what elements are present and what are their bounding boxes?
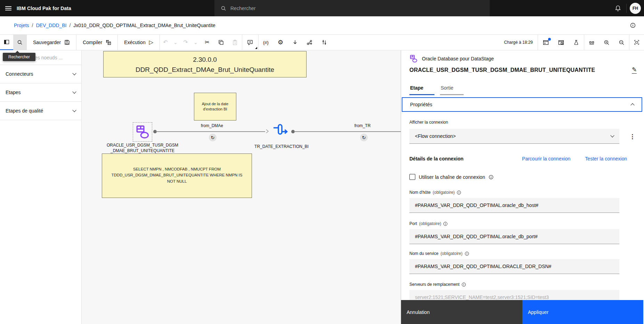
comment-icon	[247, 40, 253, 45]
hamburger-icon	[5, 5, 11, 11]
parameters-icon: {#}	[263, 40, 269, 45]
toggle-palette-button[interactable]	[0, 35, 13, 50]
chevron-down-icon	[610, 133, 614, 137]
download-icon	[292, 40, 298, 45]
scissors-icon: ✂	[205, 40, 209, 45]
undo-menu-button[interactable]: ⌄	[171, 35, 180, 50]
use-connection-string-checkbox[interactable]	[409, 174, 415, 180]
search-tooltip: Rechercher	[3, 53, 35, 61]
breadcrumb-projects[interactable]: Projets	[14, 23, 29, 28]
link-refresh-button[interactable]: ↻	[360, 134, 368, 141]
link-label-from-dmae[interactable]: from_DMAe	[186, 123, 238, 128]
tab-sortie[interactable]: Sortie	[440, 82, 464, 95]
accordion-title: Propriétés	[410, 102, 432, 107]
compile-button[interactable]: Compiler	[76, 35, 117, 50]
run-button[interactable]: Exécution ▷	[118, 35, 160, 50]
global-search[interactable]	[214, 0, 490, 16]
open-panel-icon	[4, 39, 9, 45]
browse-connection-link[interactable]: Parcourir la connexion	[522, 156, 570, 161]
info-icon[interactable]	[443, 222, 448, 226]
notifications-button[interactable]	[610, 0, 626, 16]
node-oracle-source[interactable]	[133, 122, 152, 142]
node-label-transformer: TR_DATE_EXTRACTION_BI	[248, 144, 315, 150]
connection-details-title: Détails de la connexion	[409, 156, 522, 161]
service-name-input[interactable]	[409, 259, 619, 274]
run-history-button[interactable]	[553, 35, 569, 50]
service-name-label: Nom du service (obligatoire)	[409, 251, 469, 256]
panel-node-name: ORACLE_USR_DGSM_TUSR_DGSM_DMAE_BRUT_UNIT…	[409, 67, 595, 73]
flow-canvas[interactable]: 2.30.0.0 DDR_QDD_Extract_DMAe_Brut_Unite…	[82, 50, 401, 324]
palette-section-stages[interactable]: Etapes	[0, 83, 81, 102]
settings-button[interactable]: ⚙	[273, 35, 288, 50]
palette-section-connectors[interactable]: Connecteurs	[0, 65, 81, 83]
transformer-icon	[273, 123, 288, 137]
zoom-out-button[interactable]	[614, 35, 629, 50]
parameters-button[interactable]: {#}	[259, 35, 273, 50]
comment-note-sql[interactable]: SELECT NMPN , NMCODFAB , NMUCPT FROM TDD…	[102, 153, 252, 198]
search-nodes-button[interactable]	[13, 35, 26, 50]
redo-button[interactable]: ↷	[180, 35, 191, 50]
global-search-input[interactable]	[230, 6, 439, 11]
zoom-in-icon	[604, 40, 610, 45]
fit-to-screen-button[interactable]	[629, 35, 644, 50]
cancel-button[interactable]: Annulation	[401, 300, 522, 324]
info-icon[interactable]	[457, 190, 461, 195]
tab-etape[interactable]: Etape	[409, 82, 434, 95]
play-icon: ▷	[149, 40, 153, 45]
copy-button[interactable]	[214, 35, 228, 50]
run-console-button[interactable]	[538, 35, 553, 50]
note-text: SELECT NMPN , NMCODFAB , NMUCPT FROM TDD…	[112, 167, 243, 183]
header-divider	[626, 4, 627, 13]
breadcrumb-project-name[interactable]: DEV_DDD_BI	[36, 23, 66, 28]
link-from-dmae[interactable]	[156, 131, 265, 132]
save-button[interactable]: Sauvegarder	[27, 35, 76, 50]
info-icon[interactable]	[465, 251, 469, 256]
save-icon	[64, 40, 70, 45]
node-palette: Connecteurs Etapes Etapes de qualité Rec…	[0, 50, 82, 324]
info-icon[interactable]	[489, 175, 494, 180]
node-transformer[interactable]	[273, 123, 289, 138]
toggle-bottom-panel-button[interactable]	[584, 35, 599, 50]
palette-section-quality-stages[interactable]: Etapes de qualité	[0, 102, 81, 120]
cut-button[interactable]: ✂	[200, 35, 214, 50]
hostname-input[interactable]	[409, 198, 619, 213]
data-lineage-button[interactable]	[302, 35, 317, 50]
add-comment-button[interactable]	[242, 35, 258, 50]
product-title: IBM Cloud Pak for Data	[17, 6, 71, 11]
link-label-from-tr[interactable]: from_TR	[336, 123, 389, 128]
connection-overflow-menu-button[interactable]: ⋮	[628, 132, 637, 141]
palette-section-label: Etapes de qualité	[6, 108, 43, 114]
paste-icon	[232, 40, 238, 45]
breadcrumb-separator: /	[69, 23, 71, 28]
avatar[interactable]: FH	[630, 3, 641, 14]
link-from-tr[interactable]	[294, 131, 401, 132]
apply-button[interactable]: Appliquer	[522, 300, 643, 324]
link-refresh-button[interactable]: ↻	[209, 134, 217, 141]
test-flask-button[interactable]	[569, 35, 584, 50]
comment-note-extraction-date[interactable]: Ajout de la date d'extraction BI	[194, 93, 236, 121]
rename-node-button[interactable]: ✎	[632, 66, 637, 74]
flask-icon	[573, 40, 579, 45]
download-button[interactable]	[288, 35, 302, 50]
compile-label: Compiler	[83, 40, 102, 45]
test-connection-link[interactable]: Tester la connexion	[585, 156, 627, 161]
note-line: DDR_QDD_Extract_DMAe_Brut_UniteQuantite	[104, 65, 306, 75]
auto-arrange-button[interactable]	[317, 35, 332, 50]
redo-menu-button[interactable]: ⌄	[191, 35, 200, 50]
kebab-icon: ⋮	[629, 133, 636, 140]
flow-info-button[interactable]	[627, 20, 638, 31]
hamburger-menu-button[interactable]	[0, 0, 17, 16]
properties-accordion[interactable]: Propriétés	[402, 97, 642, 112]
paste-button[interactable]	[228, 35, 242, 50]
zoom-in-button[interactable]	[599, 35, 614, 50]
link-arrowhead-icon	[265, 129, 269, 134]
hostname-label: Nom d'hôte (obligatoire)	[409, 190, 461, 195]
note-line: 2.30.0.0	[104, 55, 306, 65]
port-input[interactable]	[409, 229, 619, 244]
comment-note-version[interactable]: 2.30.0.0 DDR_QDD_Extract_DMAe_Brut_Unite…	[103, 51, 307, 77]
connection-dropdown[interactable]: <Flow connection>	[409, 129, 619, 144]
undo-button[interactable]: ↶	[160, 35, 171, 50]
console-icon	[543, 40, 549, 45]
info-icon[interactable]	[462, 282, 466, 287]
alternate-servers-label: Serveurs de remplacement	[409, 282, 466, 287]
